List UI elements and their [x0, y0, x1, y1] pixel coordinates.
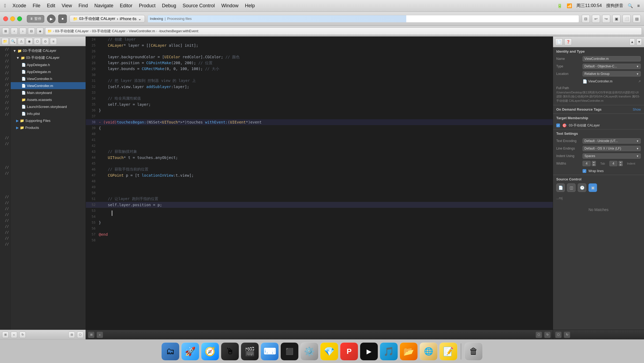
- text-encoding-select[interactable]: Default - Unicode (UT... ▼: [583, 138, 641, 144]
- inspector-bottom-btn-2[interactable]: ↻: [564, 332, 570, 338]
- fullscreen-button[interactable]: [17, 16, 22, 21]
- indent-using-select[interactable]: Spaces ▼: [583, 153, 641, 159]
- breadcrumb-folder-2[interactable]: 03-手动创建 CALayer: [92, 29, 126, 34]
- back-btn[interactable]: ‹: [11, 28, 18, 35]
- menu-edit[interactable]: Edit: [47, 3, 55, 9]
- filepath-goto-icon[interactable]: ↗: [638, 79, 641, 83]
- nav-debug-btn[interactable]: ⬡: [34, 38, 41, 45]
- editor-grid-btn[interactable]: ⊞: [88, 332, 94, 338]
- menu-find[interactable]: Find: [78, 3, 88, 9]
- dock-trash[interactable]: 🗑: [464, 342, 483, 361]
- layout-btn-3[interactable]: ▤: [633, 15, 641, 23]
- sc-compare-btn[interactable]: ◫: [567, 183, 576, 192]
- file-item-appdelegate-m[interactable]: 📄 AppDelegate.m: [11, 68, 86, 75]
- search-icon[interactable]: 🔍: [628, 3, 633, 8]
- code-content[interactable]: 24 // 创建 layer 25 CALayer* layer = [[CAL…: [86, 37, 553, 330]
- menu-extras[interactable]: ≡: [637, 3, 640, 8]
- line-endings-select[interactable]: Default - OS X / Unix (LF) ▼: [583, 146, 641, 151]
- target-checkbox[interactable]: ✓: [556, 124, 560, 127]
- name-input[interactable]: ViewController.m: [583, 56, 641, 61]
- dock-safari[interactable]: 🧭: [201, 342, 219, 361]
- inspector-resize-2[interactable]: ▼: [636, 38, 642, 45]
- view-toggle-btn-1[interactable]: ⊟: [582, 15, 590, 23]
- jump-bar-btn[interactable]: ⊟: [28, 28, 35, 35]
- indent-increment[interactable]: ▲: [619, 161, 623, 164]
- nav-bottom-filter-icon[interactable]: ⊟: [68, 332, 75, 338]
- sc-new-file-btn[interactable]: 📄: [556, 183, 565, 192]
- file-item-viewcontroller-m[interactable]: 📄 ViewController.m: [11, 82, 86, 89]
- view-toggle-btn-2[interactable]: ↩: [592, 15, 600, 23]
- view-toggle-btn-3[interactable]: ↪: [602, 15, 610, 23]
- dock-media[interactable]: 📂: [400, 342, 418, 361]
- minimize-button[interactable]: [10, 16, 15, 21]
- inspector-bottom-btn-1[interactable]: ⬡: [555, 332, 562, 338]
- dock-mouse[interactable]: 🖱: [221, 342, 239, 361]
- editor-layout-btn-1[interactable]: ⬡: [536, 332, 542, 338]
- menu-debug[interactable]: Debug: [162, 3, 176, 9]
- nav-search-btn[interactable]: 🔍: [10, 38, 17, 45]
- dock-movie[interactable]: 🎬: [241, 342, 259, 361]
- breadcrumb-method[interactable]: -touchesBegan:withEvent:: [158, 29, 199, 33]
- nav-reports-btn[interactable]: ≡: [50, 38, 57, 45]
- menu-navigate[interactable]: Navigate: [94, 3, 113, 9]
- breadcrumb-item-1[interactable]: 📁: [47, 29, 52, 33]
- nav-bottom-add-btn[interactable]: +: [11, 332, 17, 338]
- inspector-tab-2[interactable]: ❓: [564, 38, 572, 45]
- dock-sysprefs[interactable]: ⚙️: [300, 342, 319, 361]
- nav-bottom-grid-btn[interactable]: ⊞: [2, 332, 9, 338]
- layout-btn-2[interactable]: ⬜: [623, 15, 631, 23]
- dock-xcode[interactable]: ⌨: [261, 342, 279, 361]
- pause-button[interactable]: ⏸ 暂停: [27, 15, 44, 23]
- dock-notes[interactable]: 📝: [439, 342, 458, 361]
- dock-terminal[interactable]: ⬛: [280, 342, 299, 361]
- dock-finder[interactable]: 🗂: [161, 342, 180, 361]
- dock-player[interactable]: 🎵: [380, 342, 398, 361]
- tab-value[interactable]: 4: [583, 161, 591, 166]
- forward-btn[interactable]: ›: [19, 28, 26, 35]
- editor-layout-btn-2[interactable]: ↻: [544, 332, 551, 338]
- indent-value[interactable]: 4: [609, 161, 617, 166]
- file-item-root[interactable]: ▼ 📁 03-手动创建 CALayer: [11, 47, 86, 54]
- file-item-viewcontroller-h[interactable]: 📄 ViewController.h: [11, 75, 86, 82]
- breadcrumb-file[interactable]: ViewController.m: [129, 29, 155, 33]
- nav-test-btn[interactable]: ◉: [26, 38, 33, 45]
- layout-btn-1[interactable]: ▣: [612, 15, 620, 23]
- menu-editor[interactable]: Editor: [120, 3, 132, 9]
- location-select[interactable]: Relative to Group ▼: [583, 71, 641, 77]
- navigator-show-btn[interactable]: ⊞: [2, 28, 9, 35]
- menu-product[interactable]: Product: [139, 3, 155, 9]
- nav-issues-btn[interactable]: ⚠: [18, 38, 25, 45]
- menu-file[interactable]: File: [33, 3, 41, 9]
- nav-bottom-filter-btn[interactable]: ↻: [19, 332, 26, 338]
- tab-decrement[interactable]: ▼: [592, 164, 596, 166]
- type-select[interactable]: Default - Objective-C... ▼: [583, 64, 641, 69]
- add-btn[interactable]: ◈: [36, 28, 43, 35]
- dock-terminal2[interactable]: ▶: [360, 342, 378, 361]
- scheme-selector[interactable]: 📁 03-手动创建 CALayer › iPhone 6s ⌄: [69, 15, 145, 23]
- file-item-main-storyboard[interactable]: 📄 Main.storyboard: [11, 89, 86, 96]
- dock-launchpad[interactable]: 🚀: [181, 342, 199, 361]
- sc-history-btn[interactable]: 🕐: [578, 183, 586, 192]
- nav-breakpoints-btn[interactable]: ⊙: [42, 38, 49, 45]
- dock-browser[interactable]: 🌐: [419, 342, 438, 361]
- menu-view[interactable]: View: [62, 3, 72, 9]
- inspector-tab-1[interactable]: 📄: [555, 38, 563, 45]
- wrap-lines-checkbox[interactable]: ✓: [583, 169, 586, 173]
- nav-bottom-debug-btn[interactable]: ⬡: [77, 332, 83, 338]
- show-button[interactable]: Show: [633, 108, 641, 111]
- inspector-resize-1[interactable]: ▲: [630, 38, 635, 45]
- close-button[interactable]: [3, 16, 8, 21]
- sc-blame-btn[interactable]: ▣: [588, 183, 597, 192]
- stop-button[interactable]: ■: [58, 14, 67, 23]
- menu-source-control[interactable]: Source Control: [183, 3, 215, 9]
- run-button[interactable]: ▶: [47, 14, 56, 23]
- editor-add-btn[interactable]: +: [97, 332, 103, 338]
- dock-app-p[interactable]: P: [340, 342, 358, 361]
- breadcrumb-folder-1[interactable]: 03-手动创建 CALayer: [55, 29, 89, 34]
- code-editor[interactable]: 24 // 创建 layer 25 CALayer* layer = [[CAL…: [86, 37, 553, 339]
- menu-xcode[interactable]: Xcode: [13, 3, 26, 9]
- breadcrumb-bar[interactable]: 📁 › 03-手动创建 CALayer › 03-手动创建 CALayer › …: [45, 27, 642, 35]
- file-item-infoplist[interactable]: 📄 Info.plist: [11, 110, 86, 117]
- file-item-products[interactable]: ▶ 📁 Products: [11, 124, 86, 131]
- file-item-group[interactable]: ▼ 📁 03-手动创建 CALayer: [11, 54, 86, 61]
